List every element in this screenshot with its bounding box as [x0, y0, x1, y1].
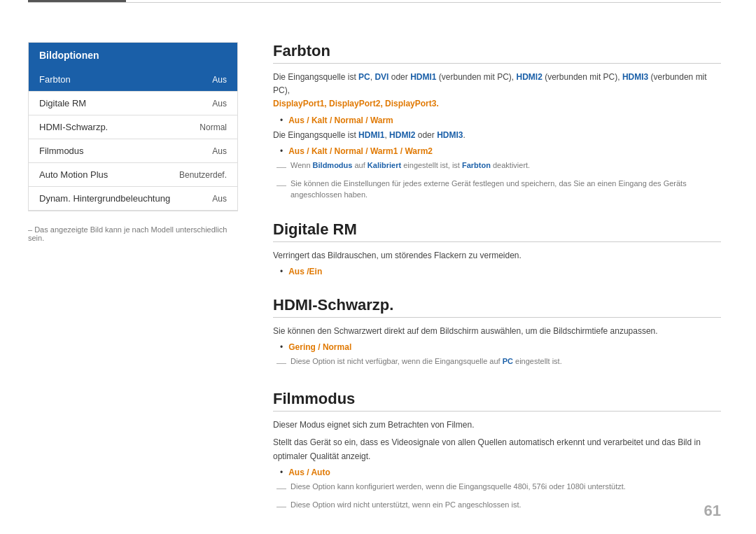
sidebar-item-label-0: Farbton — [39, 74, 71, 85]
note-2-0: ―Diese Option ist nicht verfügbar, wenn … — [273, 356, 721, 370]
sidebar-header: Bildoptionen — [29, 43, 237, 68]
sidebar-item-0[interactable]: FarbtonAus — [29, 68, 237, 92]
note-text-2-0: Diese Option ist nicht verfügbar, wenn d… — [290, 356, 562, 367]
section-title-filmmodus: Filmmodus — [273, 390, 721, 412]
section-digitale-rm: Digitale RMVerringert das Bildrauschen, … — [273, 220, 721, 276]
section-filmmodus: FilmmodusDieser Modus eignet sich zum Be… — [273, 390, 721, 514]
page-number: 61 — [704, 502, 721, 520]
note-text-3-1: Diese Option wird nicht unterstützt, wen… — [290, 499, 522, 511]
bullet-text-0-0: Aus / Kalt / Normal / Warm — [288, 115, 393, 125]
bullet-3-0: •Aus / Auto — [280, 468, 721, 477]
note-text-0-0: Wenn Bildmodus auf Kalibriert eingestell… — [290, 160, 530, 171]
right-content: FarbtonDie Eingangsquelle ist PC, DVI od… — [259, 42, 721, 533]
sidebar-item-value-1: Aus — [212, 99, 227, 108]
bullet-2-0: •Gering / Normal — [280, 342, 721, 352]
sections-container: FarbtonDie Eingangsquelle ist PC, DVI od… — [273, 42, 721, 514]
para-3-1: Stellt das Gerät so ein, dass es Videosi… — [273, 436, 721, 463]
sidebar-item-5[interactable]: Dynam. HintergrundbeleuchtungAus — [29, 187, 237, 211]
section-farbton: FarbtonDie Eingangsquelle ist PC, DVI od… — [273, 42, 721, 201]
sidebar-item-label-3: Filmmodus — [39, 146, 84, 156]
sidebar-items-list: FarbtonAusDigitale RMAusHDMI-Schwarzp.No… — [29, 68, 237, 211]
section-hdmi-schwarzp: HDMI-Schwarzp.Sie können den Schwarzwert… — [273, 296, 721, 370]
sidebar-note-text: – Das angezeigte Bild kann je nach Model… — [28, 225, 227, 242]
sidebar: Bildoptionen FarbtonAusDigitale RMAusHDM… — [28, 42, 238, 533]
sidebar-item-value-3: Aus — [212, 146, 227, 156]
bullet-dot: • — [280, 342, 283, 352]
bullet-text-1-0: Aus /Ein — [288, 267, 322, 276]
note-3-0: ―Diese Option kann konfiguriert werden, … — [273, 481, 721, 496]
sidebar-item-label-1: Digitale RM — [39, 98, 86, 108]
para-0-0: Die Eingangsquelle ist PC, DVI oder HDMI… — [273, 71, 721, 111]
note-text-0-1: Sie können die Einstellungen für jedes e… — [290, 178, 721, 201]
section-title-farbton: Farbton — [273, 42, 721, 64]
para-3-0: Dieser Modus eignet sich zum Betrachten … — [273, 419, 721, 432]
sidebar-item-value-5: Aus — [212, 194, 227, 204]
bullet-dot: • — [280, 267, 283, 276]
note-text-3-0: Diese Option kann konfiguriert werden, w… — [290, 481, 626, 493]
sidebar-item-label-5: Dynam. Hintergrundbeleuchtung — [39, 193, 170, 204]
page-number-value: 61 — [704, 502, 721, 519]
sidebar-item-1[interactable]: Digitale RMAus — [29, 92, 237, 115]
sidebar-item-value-4: Benutzerdef. — [179, 170, 227, 180]
sidebar-item-4[interactable]: Auto Motion PlusBenutzerdef. — [29, 163, 237, 187]
sidebar-note: – Das angezeigte Bild kann je nach Model… — [28, 225, 238, 242]
bullet-1-0: •Aus /Ein — [280, 267, 721, 276]
sidebar-menu: Bildoptionen FarbtonAusDigitale RMAusHDM… — [28, 42, 238, 211]
sidebar-header-label: Bildoptionen — [39, 50, 99, 61]
sidebar-item-label-2: HDMI-Schwarzp. — [39, 122, 108, 132]
bullet2-0-0: •Aus / Kalt / Normal / Warm1 / Warm2 — [280, 146, 721, 156]
main-content: Bildoptionen FarbtonAusDigitale RMAusHDM… — [28, 42, 721, 533]
top-line-light — [28, 2, 721, 3]
section-title-digitale-rm: Digitale RM — [273, 220, 721, 242]
para-2-0: Sie können den Schwarzwert direkt auf de… — [273, 325, 721, 338]
bullet-dot: • — [280, 468, 283, 477]
para2-0-0: Die Eingangsquelle ist HDMI1, HDMI2 oder… — [273, 129, 721, 142]
sidebar-item-value-2: Normal — [200, 122, 227, 132]
bullet-text-3-0: Aus / Auto — [288, 468, 330, 477]
note-0-0: ―Wenn Bildmodus auf Kalibriert eingestel… — [273, 160, 721, 174]
bullet-text-2-0: Gering / Normal — [288, 342, 351, 352]
para-1-0: Verringert das Bildrauschen, um störende… — [273, 249, 721, 262]
top-decorative-lines — [0, 0, 756, 4]
sidebar-item-value-0: Aus — [212, 75, 227, 85]
sidebar-item-label-4: Auto Motion Plus — [39, 169, 108, 180]
page-container: Bildoptionen FarbtonAusDigitale RMAusHDM… — [0, 0, 756, 534]
sidebar-item-2[interactable]: HDMI-Schwarzp.Normal — [29, 115, 237, 139]
sidebar-item-3[interactable]: FilmmodusAus — [29, 139, 237, 163]
note-0-1: ―Sie können die Einstellungen für jedes … — [273, 178, 721, 201]
section-title-hdmi-schwarzp: HDMI-Schwarzp. — [273, 296, 721, 318]
bullet-dot: • — [280, 115, 283, 125]
bullet2-text-0-0: Aus / Kalt / Normal / Warm1 / Warm2 — [288, 146, 433, 156]
bullet-0-0: •Aus / Kalt / Normal / Warm — [280, 115, 721, 125]
note-3-1: ―Diese Option wird nicht unterstützt, we… — [273, 499, 721, 514]
